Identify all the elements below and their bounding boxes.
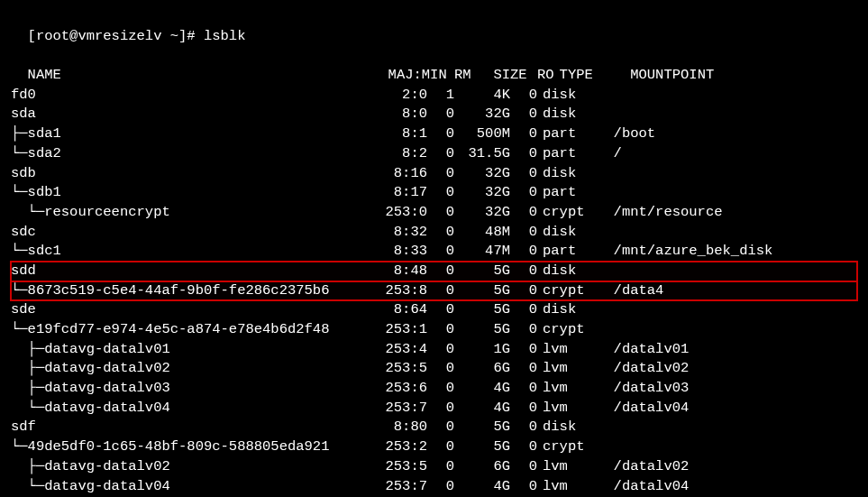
table-row: └─sdc18:33047M0part /mnt/azure_bek_disk <box>11 242 857 262</box>
table-row: └─datavg-datalv04253:704G0lvm /datalv04 <box>11 477 857 497</box>
cell-type: crypt <box>543 437 597 457</box>
cell-type: part <box>543 144 597 164</box>
device-name: └─sda2 <box>11 144 371 164</box>
cell-ro: 0 <box>510 457 537 477</box>
cell-mountpoint: /data4 <box>614 281 664 301</box>
cell-rm: 0 <box>427 262 454 281</box>
device-name: sdf <box>11 418 371 437</box>
cell-type: lvm <box>543 379 597 399</box>
cell-type: part <box>543 183 597 203</box>
cell-size: 47M <box>454 242 510 262</box>
cell-rm: 0 <box>427 320 454 340</box>
cell-ro: 0 <box>510 359 537 379</box>
cell-type: disk <box>543 262 597 281</box>
cell-majmin: 253:2 <box>371 437 427 457</box>
cell-mountpoint: /mnt/azure_bek_disk <box>614 242 773 262</box>
device-name: ├─datavg-datalv02 <box>11 359 371 379</box>
cell-ro: 0 <box>510 223 537 243</box>
device-name: └─8673c519-c5e4-44af-9b0f-fe286c2375b6 <box>11 281 371 301</box>
cell-size: 32G <box>454 164 510 184</box>
col-mount: MOUNTPOINT <box>630 66 714 86</box>
cell-size: 4G <box>454 379 510 399</box>
cell-rm: 0 <box>427 242 454 262</box>
cell-rm: 0 <box>427 223 454 243</box>
table-row: ├─datavg-datalv03253:604G0lvm /datalv03 <box>11 379 857 399</box>
cell-mountpoint: /datalv04 <box>614 477 690 497</box>
table-row: sdb8:16032G0disk <box>11 164 857 184</box>
cell-size: 1G <box>454 340 510 360</box>
cell-majmin: 2:0 <box>371 86 427 106</box>
table-row: └─sda28:2031.5G0part / <box>11 144 857 164</box>
cell-majmin: 253:1 <box>371 320 427 340</box>
cell-rm: 0 <box>427 183 454 203</box>
cell-mountpoint: /datalv02 <box>614 457 690 477</box>
device-name: ├─sda1 <box>11 124 371 144</box>
cell-rm: 0 <box>427 477 454 497</box>
cell-type: disk <box>543 300 597 320</box>
table-row: ├─datavg-datalv02253:506G0lvm /datalv02 <box>11 457 857 477</box>
cell-type: crypt <box>543 281 597 301</box>
cell-majmin: 253:5 <box>371 359 427 379</box>
cell-majmin: 8:80 <box>371 418 427 437</box>
cell-ro: 0 <box>510 418 537 437</box>
col-ro: RO <box>527 66 554 86</box>
cell-rm: 0 <box>427 340 454 360</box>
table-row: ├─sda18:10500M0part /boot <box>11 124 857 144</box>
cell-type: disk <box>543 223 597 243</box>
cell-ro: 0 <box>510 86 537 106</box>
cell-type: disk <box>543 164 597 184</box>
cell-rm: 0 <box>427 379 454 399</box>
cell-size: 6G <box>454 457 510 477</box>
col-majmin: MAJ:MIN <box>388 66 444 86</box>
cell-majmin: 253:7 <box>371 477 427 497</box>
col-size: SIZE <box>471 66 527 86</box>
cell-majmin: 253:0 <box>371 203 427 223</box>
cell-type: part <box>543 242 597 262</box>
cell-rm: 0 <box>427 359 454 379</box>
col-name: NAME <box>28 66 388 86</box>
cell-majmin: 253:4 <box>371 340 427 360</box>
cell-size: 4G <box>454 477 510 497</box>
cell-rm: 1 <box>427 86 454 106</box>
cell-majmin: 8:1 <box>371 124 427 144</box>
table-row: sdc8:32048M0disk <box>11 223 857 243</box>
cell-mountpoint: / <box>614 144 622 164</box>
cell-type: lvm <box>543 477 597 497</box>
cell-ro: 0 <box>510 203 537 223</box>
cell-ro: 0 <box>510 320 537 340</box>
command-line: [root@vmresizelv ~]# lsblk <box>11 7 857 46</box>
cell-rm: 0 <box>427 105 454 124</box>
table-row: sdf8:8005G0disk <box>11 418 857 437</box>
cell-ro: 0 <box>510 124 537 144</box>
table-row: sdd8:4805G0disk <box>11 262 857 281</box>
cell-type: lvm <box>543 340 597 360</box>
cell-type: disk <box>543 105 597 124</box>
cell-mountpoint: /mnt/resource <box>614 203 723 223</box>
cell-majmin: 8:64 <box>371 300 427 320</box>
device-name: sdb <box>11 164 371 184</box>
cell-size: 48M <box>454 223 510 243</box>
device-name: └─resourceencrypt <box>11 203 371 223</box>
device-name: sdd <box>11 262 371 281</box>
cell-type: disk <box>543 86 597 106</box>
cell-type: part <box>543 124 597 144</box>
cell-size: 32G <box>454 203 510 223</box>
cell-size: 5G <box>454 320 510 340</box>
cell-majmin: 8:33 <box>371 242 427 262</box>
cell-type: crypt <box>543 320 597 340</box>
cell-ro: 0 <box>510 437 537 457</box>
cell-ro: 0 <box>510 164 537 184</box>
cell-majmin: 253:8 <box>371 281 427 301</box>
cell-rm: 0 <box>427 144 454 164</box>
table-row: └─resourceencrypt253:0032G0crypt /mnt/re… <box>11 203 857 223</box>
cell-ro: 0 <box>510 300 537 320</box>
cell-size: 500M <box>454 124 510 144</box>
cell-rm: 0 <box>427 399 454 419</box>
cell-size: 4K <box>454 86 510 106</box>
cell-size: 32G <box>454 105 510 124</box>
cell-majmin: 8:16 <box>371 164 427 184</box>
cell-mountpoint: /datalv04 <box>614 399 690 419</box>
cell-majmin: 253:6 <box>371 379 427 399</box>
table-row: └─8673c519-c5e4-44af-9b0f-fe286c2375b625… <box>11 281 857 301</box>
cell-rm: 0 <box>427 164 454 184</box>
